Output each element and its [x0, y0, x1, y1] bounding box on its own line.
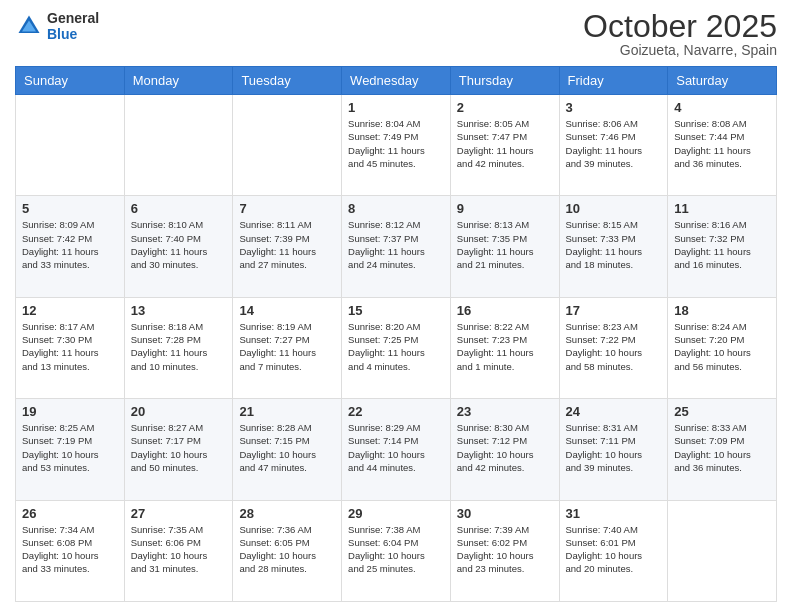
- calendar-week-3: 12Sunrise: 8:17 AM Sunset: 7:30 PM Dayli…: [16, 297, 777, 398]
- day-number: 22: [348, 404, 444, 419]
- day-number: 20: [131, 404, 227, 419]
- header-tuesday: Tuesday: [233, 67, 342, 95]
- table-cell: 11Sunrise: 8:16 AM Sunset: 7:32 PM Dayli…: [668, 196, 777, 297]
- day-number: 27: [131, 506, 227, 521]
- calendar-week-5: 26Sunrise: 7:34 AM Sunset: 6:08 PM Dayli…: [16, 500, 777, 601]
- day-info: Sunrise: 8:15 AM Sunset: 7:33 PM Dayligh…: [566, 218, 662, 271]
- table-cell: 10Sunrise: 8:15 AM Sunset: 7:33 PM Dayli…: [559, 196, 668, 297]
- month-title: October 2025: [583, 10, 777, 42]
- day-info: Sunrise: 8:22 AM Sunset: 7:23 PM Dayligh…: [457, 320, 553, 373]
- table-cell: [16, 95, 125, 196]
- header-sunday: Sunday: [16, 67, 125, 95]
- day-number: 5: [22, 201, 118, 216]
- day-number: 23: [457, 404, 553, 419]
- logo-text: General Blue: [47, 10, 99, 42]
- day-info: Sunrise: 7:38 AM Sunset: 6:04 PM Dayligh…: [348, 523, 444, 576]
- day-info: Sunrise: 8:16 AM Sunset: 7:32 PM Dayligh…: [674, 218, 770, 271]
- day-info: Sunrise: 8:10 AM Sunset: 7:40 PM Dayligh…: [131, 218, 227, 271]
- day-info: Sunrise: 8:09 AM Sunset: 7:42 PM Dayligh…: [22, 218, 118, 271]
- header-wednesday: Wednesday: [342, 67, 451, 95]
- day-number: 28: [239, 506, 335, 521]
- table-cell: 25Sunrise: 8:33 AM Sunset: 7:09 PM Dayli…: [668, 399, 777, 500]
- day-info: Sunrise: 8:17 AM Sunset: 7:30 PM Dayligh…: [22, 320, 118, 373]
- table-cell: 21Sunrise: 8:28 AM Sunset: 7:15 PM Dayli…: [233, 399, 342, 500]
- day-number: 8: [348, 201, 444, 216]
- page: General Blue October 2025 Goizueta, Nava…: [0, 0, 792, 612]
- day-number: 7: [239, 201, 335, 216]
- day-number: 2: [457, 100, 553, 115]
- logo-icon: [15, 12, 43, 40]
- day-number: 17: [566, 303, 662, 318]
- day-info: Sunrise: 8:33 AM Sunset: 7:09 PM Dayligh…: [674, 421, 770, 474]
- table-cell: 30Sunrise: 7:39 AM Sunset: 6:02 PM Dayli…: [450, 500, 559, 601]
- day-number: 1: [348, 100, 444, 115]
- table-cell: 12Sunrise: 8:17 AM Sunset: 7:30 PM Dayli…: [16, 297, 125, 398]
- table-cell: 5Sunrise: 8:09 AM Sunset: 7:42 PM Daylig…: [16, 196, 125, 297]
- day-number: 19: [22, 404, 118, 419]
- day-info: Sunrise: 8:30 AM Sunset: 7:12 PM Dayligh…: [457, 421, 553, 474]
- day-info: Sunrise: 7:39 AM Sunset: 6:02 PM Dayligh…: [457, 523, 553, 576]
- day-info: Sunrise: 7:40 AM Sunset: 6:01 PM Dayligh…: [566, 523, 662, 576]
- day-info: Sunrise: 8:12 AM Sunset: 7:37 PM Dayligh…: [348, 218, 444, 271]
- calendar: Sunday Monday Tuesday Wednesday Thursday…: [15, 66, 777, 602]
- day-number: 6: [131, 201, 227, 216]
- table-cell: 18Sunrise: 8:24 AM Sunset: 7:20 PM Dayli…: [668, 297, 777, 398]
- table-cell: 13Sunrise: 8:18 AM Sunset: 7:28 PM Dayli…: [124, 297, 233, 398]
- day-info: Sunrise: 7:35 AM Sunset: 6:06 PM Dayligh…: [131, 523, 227, 576]
- day-number: 10: [566, 201, 662, 216]
- table-cell: 19Sunrise: 8:25 AM Sunset: 7:19 PM Dayli…: [16, 399, 125, 500]
- table-cell: 1Sunrise: 8:04 AM Sunset: 7:49 PM Daylig…: [342, 95, 451, 196]
- day-info: Sunrise: 8:04 AM Sunset: 7:49 PM Dayligh…: [348, 117, 444, 170]
- day-info: Sunrise: 8:24 AM Sunset: 7:20 PM Dayligh…: [674, 320, 770, 373]
- header-monday: Monday: [124, 67, 233, 95]
- calendar-week-4: 19Sunrise: 8:25 AM Sunset: 7:19 PM Dayli…: [16, 399, 777, 500]
- day-number: 15: [348, 303, 444, 318]
- day-info: Sunrise: 8:11 AM Sunset: 7:39 PM Dayligh…: [239, 218, 335, 271]
- table-cell: 24Sunrise: 8:31 AM Sunset: 7:11 PM Dayli…: [559, 399, 668, 500]
- day-info: Sunrise: 7:34 AM Sunset: 6:08 PM Dayligh…: [22, 523, 118, 576]
- day-info: Sunrise: 8:19 AM Sunset: 7:27 PM Dayligh…: [239, 320, 335, 373]
- table-cell: 3Sunrise: 8:06 AM Sunset: 7:46 PM Daylig…: [559, 95, 668, 196]
- table-cell: [124, 95, 233, 196]
- table-cell: 16Sunrise: 8:22 AM Sunset: 7:23 PM Dayli…: [450, 297, 559, 398]
- table-cell: 28Sunrise: 7:36 AM Sunset: 6:05 PM Dayli…: [233, 500, 342, 601]
- day-number: 26: [22, 506, 118, 521]
- day-number: 14: [239, 303, 335, 318]
- location: Goizueta, Navarre, Spain: [583, 42, 777, 58]
- day-number: 21: [239, 404, 335, 419]
- table-cell: 4Sunrise: 8:08 AM Sunset: 7:44 PM Daylig…: [668, 95, 777, 196]
- day-number: 16: [457, 303, 553, 318]
- day-number: 31: [566, 506, 662, 521]
- day-info: Sunrise: 8:20 AM Sunset: 7:25 PM Dayligh…: [348, 320, 444, 373]
- day-info: Sunrise: 8:23 AM Sunset: 7:22 PM Dayligh…: [566, 320, 662, 373]
- day-number: 18: [674, 303, 770, 318]
- calendar-week-2: 5Sunrise: 8:09 AM Sunset: 7:42 PM Daylig…: [16, 196, 777, 297]
- day-number: 30: [457, 506, 553, 521]
- table-cell: 17Sunrise: 8:23 AM Sunset: 7:22 PM Dayli…: [559, 297, 668, 398]
- day-info: Sunrise: 8:06 AM Sunset: 7:46 PM Dayligh…: [566, 117, 662, 170]
- day-info: Sunrise: 8:28 AM Sunset: 7:15 PM Dayligh…: [239, 421, 335, 474]
- day-number: 29: [348, 506, 444, 521]
- day-info: Sunrise: 8:31 AM Sunset: 7:11 PM Dayligh…: [566, 421, 662, 474]
- calendar-week-1: 1Sunrise: 8:04 AM Sunset: 7:49 PM Daylig…: [16, 95, 777, 196]
- table-cell: 23Sunrise: 8:30 AM Sunset: 7:12 PM Dayli…: [450, 399, 559, 500]
- table-cell: 9Sunrise: 8:13 AM Sunset: 7:35 PM Daylig…: [450, 196, 559, 297]
- table-cell: 22Sunrise: 8:29 AM Sunset: 7:14 PM Dayli…: [342, 399, 451, 500]
- calendar-header-row: Sunday Monday Tuesday Wednesday Thursday…: [16, 67, 777, 95]
- day-info: Sunrise: 8:27 AM Sunset: 7:17 PM Dayligh…: [131, 421, 227, 474]
- day-number: 25: [674, 404, 770, 419]
- table-cell: 20Sunrise: 8:27 AM Sunset: 7:17 PM Dayli…: [124, 399, 233, 500]
- day-number: 12: [22, 303, 118, 318]
- table-cell: 8Sunrise: 8:12 AM Sunset: 7:37 PM Daylig…: [342, 196, 451, 297]
- table-cell: 26Sunrise: 7:34 AM Sunset: 6:08 PM Dayli…: [16, 500, 125, 601]
- table-cell: 31Sunrise: 7:40 AM Sunset: 6:01 PM Dayli…: [559, 500, 668, 601]
- table-cell: 7Sunrise: 8:11 AM Sunset: 7:39 PM Daylig…: [233, 196, 342, 297]
- day-info: Sunrise: 8:05 AM Sunset: 7:47 PM Dayligh…: [457, 117, 553, 170]
- table-cell: 29Sunrise: 7:38 AM Sunset: 6:04 PM Dayli…: [342, 500, 451, 601]
- day-number: 4: [674, 100, 770, 115]
- logo: General Blue: [15, 10, 99, 42]
- day-number: 13: [131, 303, 227, 318]
- day-info: Sunrise: 7:36 AM Sunset: 6:05 PM Dayligh…: [239, 523, 335, 576]
- header-saturday: Saturday: [668, 67, 777, 95]
- day-info: Sunrise: 8:29 AM Sunset: 7:14 PM Dayligh…: [348, 421, 444, 474]
